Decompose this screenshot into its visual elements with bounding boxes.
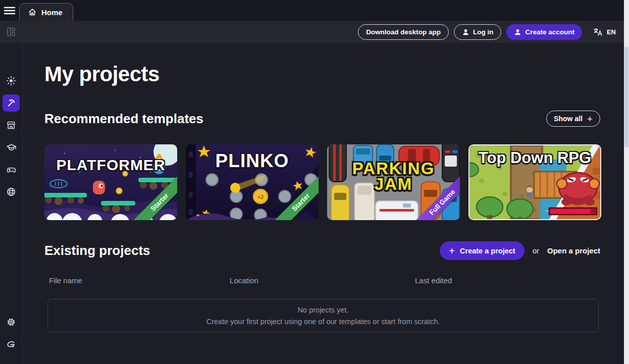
open-project-link[interactable]: Open a project [547, 246, 600, 255]
sidebar-item-play[interactable] [3, 161, 20, 178]
column-file-name: File name [44, 276, 230, 285]
gdevelop-logo-icon [6, 339, 17, 350]
person-icon [462, 28, 469, 36]
sidebar-settings-button[interactable] [3, 314, 20, 331]
sidebar-item-community[interactable] [3, 183, 20, 200]
sidebar-item-shop[interactable] [3, 117, 20, 134]
template-card-platformer[interactable]: PLATFORMER Starter [44, 144, 177, 220]
panels-layout-icon[interactable] [5, 26, 17, 38]
plinko-art: +2 [186, 144, 319, 220]
template-card-parking-jam[interactable]: PARKING JAM Full Game [327, 144, 460, 220]
recommended-templates-heading: Recommended templates [44, 111, 203, 127]
sidebar [0, 43, 23, 364]
person-icon [514, 28, 521, 36]
column-last-edited: Last edited [415, 276, 600, 285]
translate-icon [593, 27, 603, 37]
main-menu-button[interactable] [0, 0, 19, 21]
language-selector[interactable]: EN [593, 27, 616, 37]
template-card-plinko[interactable]: +2 [186, 144, 319, 220]
existing-projects-heading: Existing projects [44, 243, 150, 258]
show-all-label: Show all [554, 115, 583, 123]
language-label: EN [607, 28, 616, 36]
projects-table-header: File name Location Last edited [44, 276, 600, 285]
tab-home[interactable]: Home [19, 3, 73, 21]
create-project-label: Create a project [460, 247, 515, 255]
vertical-scrollbar[interactable] [624, 0, 629, 364]
login-label: Log in [473, 28, 494, 36]
empty-state-line1: No projects yet. [298, 306, 349, 314]
tab-bar: Home [0, 0, 629, 21]
sidebar-item-get-started[interactable] [3, 72, 20, 89]
gamepad-icon [6, 165, 17, 175]
create-account-button[interactable]: Create account [506, 24, 582, 40]
tab-home-label: Home [41, 8, 63, 17]
plus-icon: + [587, 114, 593, 124]
storefront-icon [6, 120, 16, 130]
main-area: My projects Recommended templates Show a… [23, 43, 629, 364]
empty-projects-placeholder: No projects yet. Create your first proje… [47, 299, 599, 332]
double-chevron-right-icon [6, 54, 16, 64]
show-all-button[interactable]: Show all + [546, 111, 600, 127]
download-desktop-app-button[interactable]: Download desktop app [358, 24, 449, 40]
scrollbar-thumb[interactable] [624, 46, 628, 147]
pickaxe-icon [6, 98, 16, 108]
download-desktop-app-label: Download desktop app [366, 28, 441, 36]
toolbar: Download desktop app Log in Create accou… [0, 21, 629, 43]
sidebar-expand-button[interactable] [3, 50, 20, 67]
sidebar-item-learn[interactable] [3, 139, 20, 156]
page-title: My projects [44, 62, 600, 86]
home-icon [28, 8, 37, 17]
platformer-art [44, 144, 177, 220]
parking-jam-art [327, 144, 460, 220]
svg-text:+2: +2 [257, 194, 264, 200]
hamburger-icon [4, 7, 15, 15]
top-down-rpg-art [469, 145, 600, 219]
sidebar-gdevelop-logo[interactable] [3, 336, 20, 353]
gear-icon [6, 317, 16, 327]
or-text: or [533, 246, 539, 255]
graduation-cap-icon [6, 142, 17, 153]
globe-icon [6, 187, 16, 197]
plus-icon: + [449, 246, 455, 256]
sidebar-item-build[interactable] [3, 94, 20, 112]
create-project-button[interactable]: + Create a project [440, 241, 524, 260]
create-account-label: Create account [525, 28, 574, 36]
login-button[interactable]: Log in [454, 24, 502, 40]
column-location: Location [230, 276, 415, 285]
template-cards: PLATFORMER Starter [44, 144, 600, 220]
sun-icon [6, 76, 16, 86]
template-card-top-down-rpg[interactable]: Top Down RPG [468, 144, 601, 220]
empty-state-line2: Create your first project using one of o… [206, 318, 440, 326]
